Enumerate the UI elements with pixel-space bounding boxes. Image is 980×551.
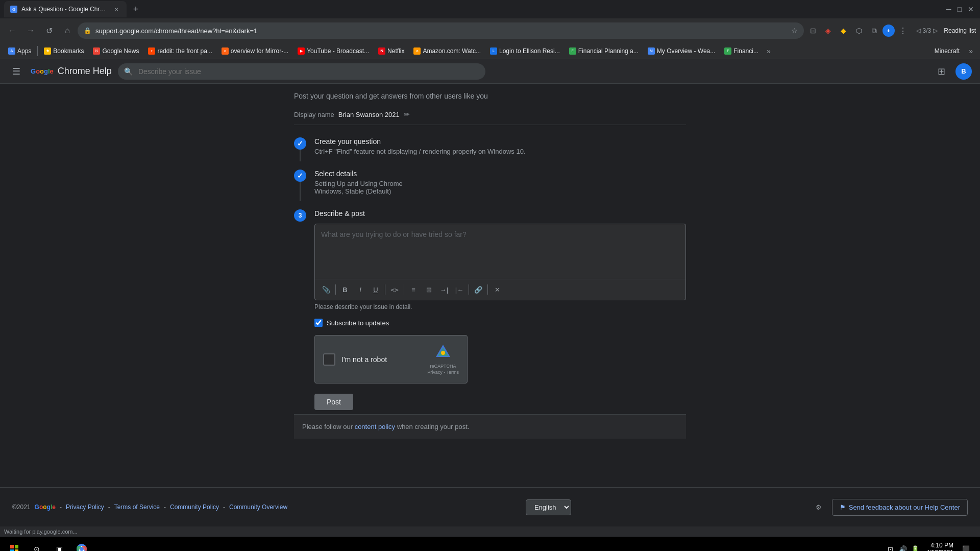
taskbar-chrome-button[interactable] — [71, 539, 92, 551]
content-column: Post your question and get answers from … — [286, 84, 694, 487]
footer-privacy-link[interactable]: Privacy Policy — [66, 504, 104, 511]
extension-icon-2[interactable]: ◈ — [821, 23, 836, 38]
editor-toolbar: 📎 B I U <> ≡ ⊟ → — [315, 279, 685, 300]
bookmark-mirror[interactable]: o overview for Mirror-... — [217, 45, 292, 57]
profile-button[interactable]: + — [883, 25, 895, 37]
recaptcha-checkbox[interactable] — [323, 353, 335, 366]
user-avatar[interactable]: B — [955, 63, 972, 80]
close-tab-button[interactable]: ✕ — [112, 5, 120, 13]
bookmark-financial1[interactable]: F Financial Planning a... — [565, 45, 643, 57]
taskbar-clock[interactable]: 4:10 PM 4/12/2021 — [926, 542, 953, 551]
bookmark-netflix[interactable]: N Netflix — [374, 45, 408, 57]
taskbar-sound-icon[interactable]: 🔊 — [898, 544, 908, 551]
address-bar[interactable]: 🔒 support.google.com/chrome/thread/new?h… — [78, 22, 804, 39]
reddit-icon: r — [148, 47, 155, 55]
taskbar-search-button[interactable]: ⊙ — [27, 539, 47, 551]
bookmark-right-overflow[interactable]: » — [966, 45, 976, 57]
bookmark-mirror-label: overview for Mirror-... — [231, 47, 288, 55]
taskbar-notification-button[interactable]: ⬛ — [955, 539, 976, 551]
bookmark-youtube[interactable]: ▶ YouTube - Broadcast... — [293, 45, 373, 57]
reading-list-button[interactable]: Reading list — [944, 27, 976, 34]
lock-icon: 🔒 — [84, 27, 91, 34]
content-policy-link[interactable]: content policy — [355, 423, 396, 430]
netflix-icon: N — [378, 47, 385, 55]
taskbar-network-icon[interactable]: ⊡ — [886, 544, 896, 551]
bookmark-weather[interactable]: M My Overview - Wea... — [644, 45, 719, 57]
step-2: ✓ Select details Setting Up and Using Ch… — [294, 165, 686, 205]
search-input[interactable] — [118, 63, 485, 80]
start-button[interactable] — [4, 539, 24, 551]
extension-icon-3[interactable]: ◆ — [837, 23, 851, 38]
post-textarea[interactable] — [315, 224, 685, 277]
mirror-icon: o — [222, 47, 229, 55]
edit-display-name-button[interactable]: ✏ — [404, 110, 410, 118]
minimize-button[interactable]: ─ — [944, 3, 953, 15]
underline-button[interactable]: U — [369, 282, 383, 297]
subscribe-label[interactable]: Subscribe to updates — [327, 319, 389, 327]
step-1-checkmark: ✓ — [297, 139, 303, 148]
bookmark-apps[interactable]: A Apps — [4, 45, 35, 57]
content-policy-before: Please follow our — [302, 423, 353, 430]
tab-count-next[interactable]: ▷ — [933, 27, 938, 34]
send-feedback-button[interactable]: ⚑ Send feedback about our Help Center — [832, 499, 968, 516]
footer-left: ©2021 Google - Privacy Policy - Terms of… — [12, 504, 287, 511]
footer-terms-link[interactable]: Terms of Service — [114, 504, 160, 511]
indent-button[interactable]: →| — [437, 282, 451, 297]
taskbar-battery-icon[interactable]: 🔋 — [910, 544, 920, 551]
attachment-button[interactable]: 📎 — [319, 282, 333, 297]
reload-button[interactable]: ↺ — [41, 22, 57, 39]
bookmark-amazon[interactable]: a Amazon.com: Watc... — [409, 45, 485, 57]
clear-format-button[interactable]: ✕ — [490, 282, 504, 297]
bookmark-ellison[interactable]: L Login to Ellison Resi... — [486, 45, 564, 57]
maximize-button[interactable]: □ — [955, 3, 964, 15]
new-tab-button[interactable]: + — [129, 2, 143, 16]
browser-window: G Ask a Question - Google Chrome ✕ + ─ □… — [0, 0, 980, 537]
svg-rect-2 — [15, 545, 18, 548]
bookmark-minecraft[interactable]: Minecraft — [930, 45, 964, 57]
bookmarks-bar: A Apps ★ Bookmarks N Google News r reddi… — [0, 43, 980, 59]
ordered-list-button[interactable]: ⊟ — [422, 282, 436, 297]
extension-icon-1[interactable]: ⊡ — [806, 23, 820, 38]
toolbar-sep-4 — [469, 284, 469, 295]
post-button[interactable]: Post — [314, 394, 353, 410]
link-button[interactable]: 🔗 — [471, 282, 485, 297]
settings-button[interactable]: ⚙ — [810, 498, 828, 516]
extension-icon-4[interactable]: ⬡ — [852, 23, 866, 38]
forward-button[interactable]: → — [22, 22, 39, 39]
bold-button[interactable]: B — [338, 282, 352, 297]
tab-bar: G Ask a Question - Google Chrome ✕ + ─ □… — [0, 0, 980, 18]
active-tab[interactable]: G Ask a Question - Google Chrome ✕ — [4, 1, 127, 17]
display-name-row: Display name Brian Swanson 2021 ✏ — [294, 104, 686, 125]
recaptcha-label: I'm not a robot — [341, 355, 387, 364]
financial2-icon: F — [724, 47, 731, 55]
footer-community-policy-link[interactable]: Community Policy — [170, 504, 219, 511]
bookmark-star-icon[interactable]: ☆ — [791, 27, 798, 35]
recaptcha-widget[interactable]: I'm not a robot — [314, 335, 468, 384]
bookmark-google-news[interactable]: N Google News — [89, 45, 143, 57]
back-button[interactable]: ← — [4, 22, 20, 39]
home-button[interactable]: ⌂ — [59, 22, 76, 39]
toolbar-sep-5 — [487, 284, 488, 295]
subscribe-checkbox[interactable] — [314, 319, 323, 327]
taskbar-task-view-button[interactable]: ▣ — [49, 539, 69, 551]
apps-grid-button[interactable]: ⊞ — [931, 61, 951, 82]
bookmark-overflow-button[interactable]: » — [764, 45, 774, 57]
unordered-list-button[interactable]: ≡ — [406, 282, 421, 297]
italic-button[interactable]: I — [353, 282, 368, 297]
outdent-button[interactable]: |← — [452, 282, 467, 297]
svg-rect-1 — [10, 545, 14, 548]
step-3-content: Describe & post 📎 B I U — [314, 209, 686, 410]
footer-community-overview-link[interactable]: Community Overview — [229, 504, 287, 511]
chrome-menu-button[interactable]: ⋮ — [896, 23, 910, 38]
svg-point-0 — [441, 351, 445, 355]
close-window-button[interactable]: ✕ — [966, 3, 976, 15]
bookmark-bookmarks[interactable]: ★ Bookmarks — [40, 45, 88, 57]
header-search-bar[interactable]: 🔍 — [118, 63, 485, 80]
code-button[interactable]: <> — [387, 282, 402, 297]
extensions-puzzle-icon[interactable]: ⧉ — [867, 23, 881, 38]
hamburger-menu-button[interactable]: ☰ — [8, 62, 24, 81]
bookmark-reddit[interactable]: r reddit: the front pa... — [144, 45, 216, 57]
language-selector[interactable]: English — [526, 499, 571, 515]
tab-count-prev[interactable]: ◁ — [916, 27, 921, 34]
bookmark-financial2[interactable]: F Financi... — [720, 45, 763, 57]
